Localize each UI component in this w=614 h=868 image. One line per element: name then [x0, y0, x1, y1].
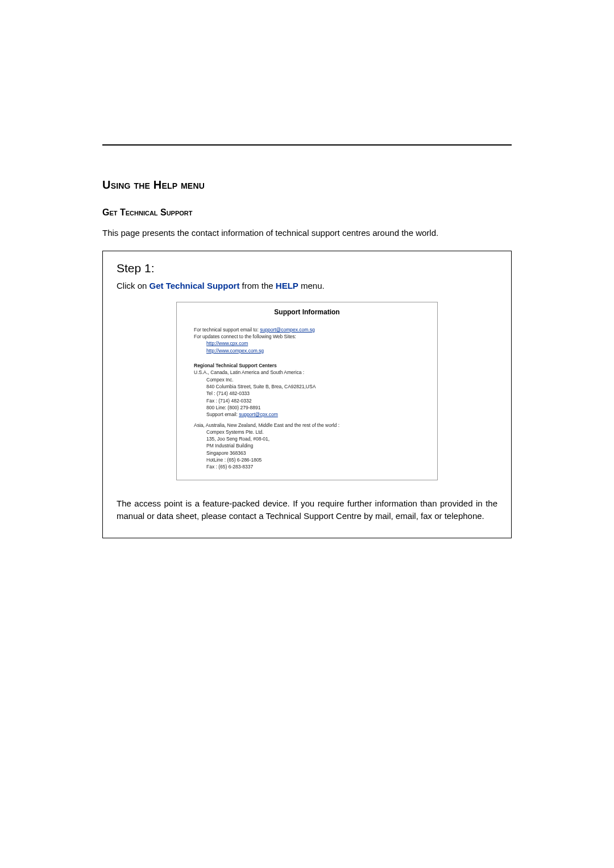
- support-info-panel: Support Information For technical suppor…: [176, 302, 438, 480]
- support-email-link[interactable]: support@compex.com.sg: [260, 327, 315, 333]
- r1-line: Support email: support@cpx.com: [194, 411, 420, 418]
- centers-heading: Regional Technical Support Centers: [194, 362, 420, 369]
- instruction-link-1: Get Technical Support: [150, 281, 240, 290]
- instruction-text: menu.: [298, 281, 325, 290]
- support-email-link-us[interactable]: support@cpx.com: [239, 412, 278, 417]
- content-area: Using the Help menu Get Technical Suppor…: [102, 146, 512, 538]
- label-text: For technical support email to:: [194, 327, 260, 333]
- panel-body: For technical support email to: support@…: [177, 326, 437, 471]
- label-text: Support email:: [206, 412, 239, 417]
- panel-title: Support Information: [177, 308, 437, 316]
- r2-line: Compex Systems Pte. Ltd.: [194, 429, 420, 435]
- step-box: Step 1: Click on Get Technical Support f…: [102, 251, 512, 538]
- r2-line: Singapore 368363: [194, 450, 420, 456]
- region-1-label: U.S.A., Canada, Latin America and South …: [194, 369, 420, 376]
- intro-paragraph: This page presents the contact informati…: [102, 227, 512, 239]
- r2-line: HotLine : (65) 6-286-1805: [194, 456, 420, 463]
- closing-paragraph: The access point is a feature-packed dev…: [117, 497, 497, 523]
- r2-line: 135, Joo Seng Road, #08-01,: [194, 435, 420, 442]
- r1-line: Compex Inc.: [194, 376, 420, 383]
- r1-line: Fax : (714) 482-0332: [194, 397, 420, 404]
- support-email-line: For technical support email to: support@…: [194, 326, 420, 333]
- r2-line: PM Industrial Building: [194, 442, 420, 449]
- instruction-text: Click on: [117, 281, 150, 290]
- document-page: Using the Help menu Get Technical Suppor…: [0, 144, 614, 868]
- r2-line: Fax : (65) 6-283-8337: [194, 463, 420, 470]
- r1-line: 840 Columbia Street, Suite B, Brea, CA92…: [194, 383, 420, 390]
- step-instruction: Click on Get Technical Support from the …: [117, 281, 497, 290]
- instruction-text: from the: [239, 281, 275, 290]
- r1-line: Tel : (714) 482-0333: [194, 390, 420, 397]
- heading-2: Get Technical Support: [102, 207, 512, 218]
- site-link-1[interactable]: http://www.cpx.com: [206, 340, 248, 346]
- site-link-2[interactable]: http://www.compex.com.sg: [206, 348, 264, 354]
- r1-line: 800 Line: (800) 279-8891: [194, 404, 420, 411]
- instruction-link-2: HELP: [276, 281, 298, 290]
- heading-1: Using the Help menu: [102, 178, 512, 192]
- updates-label: For updates connect to the following Web…: [194, 333, 420, 340]
- region-2-label: Asia, Australia, New Zealand, Middle Eas…: [194, 422, 420, 429]
- step-title: Step 1:: [117, 261, 497, 275]
